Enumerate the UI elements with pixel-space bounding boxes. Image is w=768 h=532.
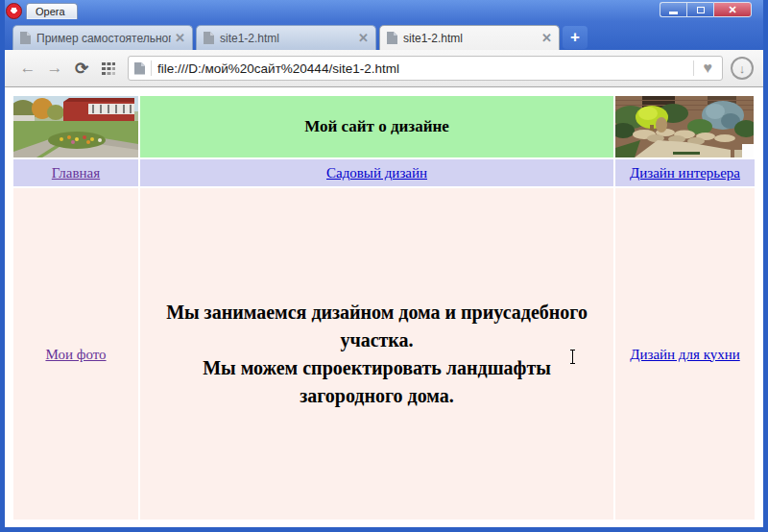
tab-close-icon[interactable]: ✕ [175,31,185,45]
close-button[interactable]: ✕ [713,2,752,17]
site-title: Мой сайт о дизайне [304,117,449,135]
text-cursor [572,350,573,364]
bookmark-segment[interactable]: ♥ [700,60,717,77]
header-left-image-cell [13,96,138,157]
page-icon [134,62,145,75]
header-row: Мой сайт о дизайне [13,96,755,157]
downloads-button[interactable]: ↓ [731,57,754,80]
titlebar: Opera ✕ [5,0,763,21]
tab-site1-2-active[interactable]: site1-2.html ✕ [379,25,560,50]
header-right-image-cell [615,96,755,157]
garden-house-photo [13,96,138,157]
browser-window: Opera ✕ Пример самостоятельного с ✕ site… [0,0,768,532]
tab-bar: Пример самостоятельного с ✕ site1-2.html… [5,21,763,50]
heart-icon: ♥ [700,60,717,77]
nav-link-home[interactable]: Главная [52,165,100,181]
content-row: Мои фото Мы занимаемся дизайном дома и п… [13,188,755,520]
speed-dial-grid-icon[interactable] [95,60,122,76]
site-title-cell: Мой сайт о дизайне [140,96,613,157]
minimize-button[interactable] [660,2,686,17]
nav-cell-garden-design: Садовый дизайн [140,159,613,186]
tab-primer-samostoyatelnogo[interactable]: Пример самостоятельного с ✕ [12,25,193,50]
nav-row: Главная Садовый дизайн Дизайн интерьера [13,159,755,186]
tab-label: site1-2.html [403,32,538,45]
back-icon[interactable]: ← [14,59,41,78]
main-content-cell: Мы занимаемся дизайном дома и приусадебн… [140,188,613,520]
site-layout-table: Мой сайт о дизайне [12,94,756,521]
tab-close-icon[interactable]: ✕ [541,31,552,45]
tab-label: site1-2.html [220,32,354,45]
tab-site1-2-inactive[interactable]: site1-2.html ✕ [196,25,376,50]
left-sidebar-cell: Мои фото [13,188,138,520]
divider [151,60,152,76]
opera-logo-icon [6,3,22,19]
new-tab-button[interactable]: + [563,26,588,49]
minimize-icon [669,12,678,14]
reload-icon[interactable]: ⟳ [68,59,95,79]
maximize-button[interactable] [686,2,713,17]
window-controls: ✕ [660,2,752,17]
sidebar-link-kitchen-design[interactable]: Дизайн для кухни [630,347,740,362]
nav-link-interior-design[interactable]: Дизайн интерьера [630,165,740,181]
tab-close-icon[interactable]: ✕ [358,31,369,45]
divider [693,60,694,76]
right-sidebar-cell: Дизайн для кухни [615,188,755,520]
web-page: Мой сайт о дизайне [5,87,763,527]
tab-label: Пример самостоятельного с [36,32,171,45]
nav-cell-home: Главная [13,159,138,186]
nav-link-garden-design[interactable]: Садовый дизайн [326,165,427,181]
forward-icon[interactable]: → [41,59,68,78]
page-icon [387,32,397,44]
opera-menu-button[interactable]: Opera [26,3,78,19]
main-text-sentence-2: Мы можем спроектировать ландшафты загоро… [161,354,593,410]
nav-cell-interior-design: Дизайн интерьера [615,159,755,186]
page-icon [204,32,214,44]
url-input[interactable] [157,61,687,76]
rock-garden-photo [615,96,754,157]
page-icon [20,32,31,44]
main-text-sentence-1: Мы занимаемся дизайном дома и приусадебн… [161,299,593,354]
main-text: Мы занимаемся дизайном дома и приусадебн… [161,299,593,410]
maximize-icon [697,7,705,13]
address-toolbar: ← → ⟳ ♥ ↓ [5,50,763,87]
address-bar[interactable]: ♥ [128,56,723,81]
sidebar-link-my-photos[interactable]: Мои фото [45,347,106,362]
